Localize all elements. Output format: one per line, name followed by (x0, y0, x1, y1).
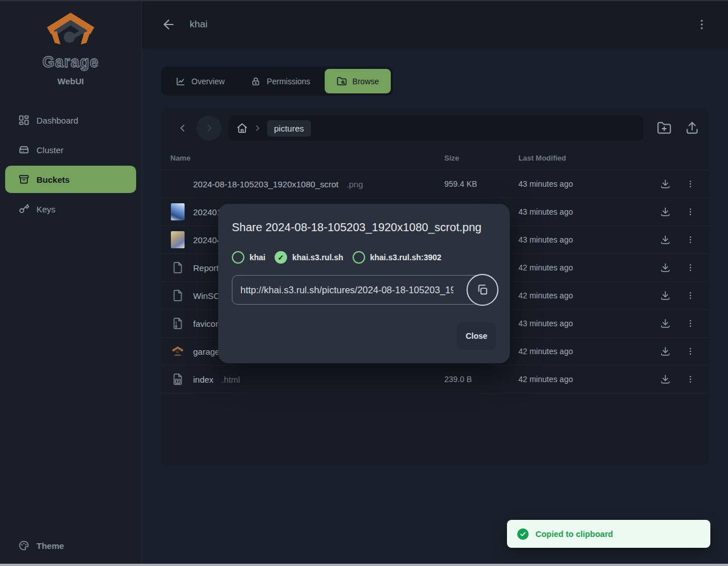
upload-icon (685, 121, 700, 136)
kebab-icon (695, 18, 709, 31)
breadcrumb: pictures (228, 116, 644, 141)
radio-button[interactable] (275, 251, 287, 264)
app-name: Garage (42, 54, 99, 71)
radio-button[interactable] (353, 251, 365, 264)
tab-browse[interactable]: Browse (325, 69, 391, 93)
file-binary-icon (171, 316, 184, 331)
share-domain-option[interactable]: khai.s3.rul.sh:3902 (353, 251, 441, 264)
row-kebab-menu[interactable] (686, 234, 697, 245)
row-actions (660, 178, 701, 190)
row-kebab-menu[interactable] (686, 346, 697, 357)
share-url-input[interactable] (232, 275, 487, 305)
tab-overview[interactable]: Overview (163, 69, 236, 93)
image-thumbnail (171, 231, 185, 248)
upload-button[interactable] (685, 121, 700, 136)
share-domain-options: khai khai.s3.rul.sh khai.s3.rul.sh:3902 (232, 251, 496, 264)
tab-permissions[interactable]: Permissions (239, 69, 322, 93)
back-button[interactable] (161, 17, 176, 32)
file-modified: 42 minutes ago (518, 291, 660, 300)
tab-label: Browse (353, 77, 379, 86)
header-kebab-menu[interactable] (695, 18, 709, 31)
close-dialog-button[interactable]: Close (457, 322, 496, 350)
window-top-edge (0, 0, 728, 1)
tab-label: Overview (191, 77, 224, 86)
sidebar-item-dashboard[interactable]: Dashboard (5, 106, 136, 134)
row-kebab-menu[interactable] (686, 290, 697, 301)
file-extension: .png (346, 179, 363, 189)
sidebar-item-buckets[interactable]: Buckets (5, 166, 136, 193)
sidebar-item-label: Dashboard (36, 116, 78, 125)
share-dialog-title: Share 2024-08-18-105203_1920x1080_scrot.… (232, 221, 496, 234)
file-modified: 42 minutes ago (518, 347, 660, 356)
share-url-group (232, 275, 487, 305)
radio-button[interactable] (232, 251, 244, 264)
horizontal-scrollbar[interactable] (0, 564, 728, 566)
share-domain-option[interactable]: khai (232, 251, 265, 264)
row-kebab-menu[interactable] (686, 262, 697, 273)
download-button[interactable] (660, 290, 671, 301)
row-actions (660, 234, 701, 245)
download-icon (660, 234, 671, 245)
file-modified: 42 minutes ago (518, 263, 660, 272)
bucket-tabs: Overview Permissions Browse (161, 67, 393, 96)
history-back-button[interactable] (175, 120, 191, 136)
download-button[interactable] (660, 346, 671, 357)
download-button[interactable] (660, 262, 671, 273)
share-domain-option[interactable]: khai.s3.rul.sh (275, 251, 343, 264)
file-modified: 43 minutes ago (518, 319, 660, 328)
theme-button[interactable]: Theme (5, 533, 136, 558)
file-extension: .html (222, 375, 240, 384)
kebab-icon (686, 179, 695, 188)
column-header-modified: Last Modified (518, 154, 660, 162)
file-size: 239.0 B (444, 375, 518, 384)
table-row[interactable]: 2024-08-18-105203_1920x1080_scrot.png 95… (161, 170, 709, 198)
sidebar-item-label: Keys (36, 204, 55, 214)
table-row[interactable]: index.html 239.0 B 42 minutes ago (161, 366, 709, 393)
download-icon (660, 178, 671, 190)
download-icon (660, 262, 671, 273)
copy-url-button[interactable] (467, 274, 498, 306)
file-type-icon (171, 372, 184, 387)
download-button[interactable] (660, 318, 671, 329)
download-button[interactable] (660, 178, 671, 190)
chevron-right-icon (203, 122, 215, 134)
row-kebab-menu[interactable] (686, 318, 697, 329)
file-modified: 43 minutes ago (518, 179, 660, 188)
row-kebab-menu[interactable] (686, 206, 697, 218)
arrow-left-icon (161, 17, 176, 32)
row-kebab-menu[interactable] (686, 374, 697, 385)
file-name-cell: 2024-08-18-105203_1920x1080_scrot.png (170, 175, 444, 192)
sidebar-item-label: Buckets (36, 175, 69, 184)
sidebar-item-cluster[interactable]: Cluster (5, 136, 136, 163)
row-kebab-menu[interactable] (686, 178, 697, 190)
browser-toolbar: pictures (161, 108, 709, 146)
sidebar-item-keys[interactable]: Keys (5, 195, 136, 223)
file-icon (171, 288, 184, 303)
breadcrumb-home-button[interactable] (236, 122, 248, 134)
logo-block: Garage WebUI (42, 11, 99, 86)
home-icon (236, 122, 248, 134)
garage-logo-thumbnail (171, 344, 184, 359)
toast-message: Copied to clipboard (535, 530, 613, 539)
toast-notification[interactable]: Copied to clipboard (507, 520, 710, 548)
download-icon (660, 290, 671, 301)
bucket-header: khai (142, 0, 728, 48)
download-button[interactable] (660, 206, 671, 218)
app-subtitle: WebUI (58, 76, 84, 86)
breadcrumb-folder-pictures[interactable]: pictures (267, 120, 311, 137)
kebab-icon (686, 263, 695, 272)
new-folder-button[interactable] (657, 121, 672, 136)
download-icon (660, 374, 671, 385)
copy-icon (476, 284, 489, 296)
download-button[interactable] (660, 374, 671, 385)
theme-label: Theme (36, 541, 64, 551)
download-icon (660, 318, 671, 329)
row-actions (660, 262, 701, 273)
radio-label: khai (250, 253, 265, 262)
buckets-icon (18, 174, 30, 185)
download-button[interactable] (660, 234, 671, 245)
page-title: khai (190, 19, 207, 30)
column-header-size: Size (444, 154, 518, 162)
garage-logo-icon (46, 11, 95, 49)
history-forward-button[interactable] (197, 116, 222, 141)
